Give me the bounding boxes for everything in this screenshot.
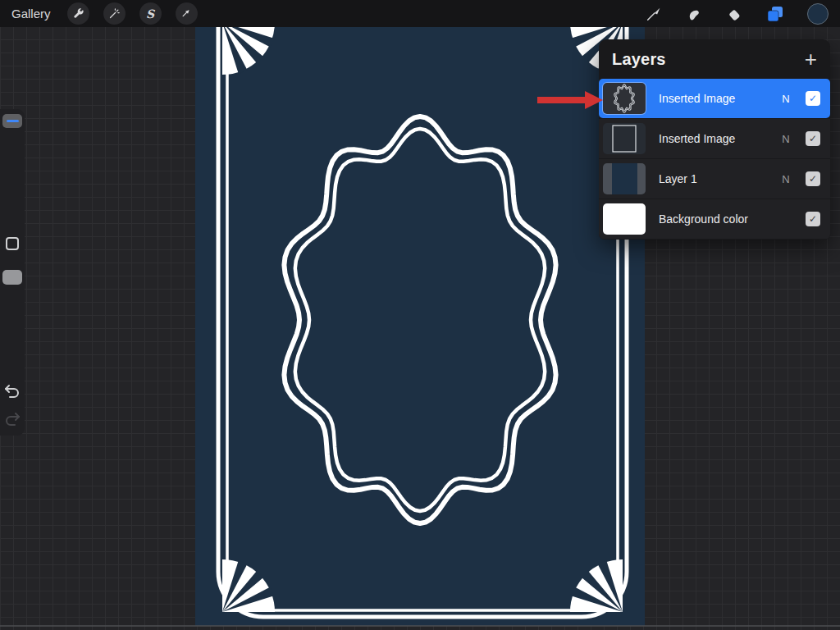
sidebar-tools [0,109,25,436]
eraser-button[interactable] [725,5,743,23]
brush-icon [645,5,663,23]
brush-size-indicator [7,120,19,122]
actions-button[interactable] [67,2,89,25]
layers-icon [765,4,785,24]
layer-visibility-checkbox[interactable]: ✓ [806,212,820,226]
layer-name: Inserted Image [659,92,778,105]
selection-button[interactable]: S [139,2,162,25]
transform-button[interactable] [176,2,198,25]
blend-mode-badge[interactable]: N [778,173,794,185]
layers-panel-title: Layers [612,50,666,69]
modify-button[interactable] [6,237,19,250]
top-toolbar: Gallery S [0,0,840,27]
layers-panel-header: Layers + [599,39,830,79]
smudge-finger-icon [685,5,703,23]
layer-thumbnail[interactable] [603,203,646,235]
undo-icon [2,390,22,404]
layers-list: Inserted Image N ✓ Inserted Image N ✓ La… [599,79,830,239]
checkmark-icon: ✓ [809,214,817,224]
layers-panel: Layers + Inserted Image N ✓ Inserted Ima… [599,39,830,240]
adjustments-button[interactable] [103,2,126,25]
layer-name: Inserted Image [659,132,778,145]
redo-icon [2,418,22,432]
layer-visibility-checkbox[interactable]: ✓ [806,171,820,186]
layer-row[interactable]: Layer 1 N ✓ [599,159,830,199]
eraser-icon [725,5,743,23]
layer-thumbnail[interactable] [603,163,646,194]
undo-button[interactable] [2,382,22,405]
selection-s-icon: S [146,8,154,20]
layer-name: Layer 1 [659,172,778,185]
opacity-slider[interactable] [2,270,22,285]
smudge-button[interactable] [685,5,703,23]
active-color-swatch [807,3,829,25]
layers-button[interactable] [765,4,785,24]
brush-size-slider[interactable] [2,114,22,128]
layer-row[interactable]: Background color ✓ [599,199,830,239]
checkmark-icon: ✓ [809,94,817,103]
gallery-button[interactable]: Gallery [11,7,51,21]
blend-mode-badge[interactable]: N [778,93,794,105]
layer-name: Background color [659,212,778,226]
annotation-arrow [529,88,605,116]
wrench-icon [72,7,84,20]
layer-row[interactable]: Inserted Image N ✓ [599,119,830,158]
layer-thumbnail[interactable] [603,83,646,114]
canvas-fill-preview [612,163,637,194]
checkmark-icon: ✓ [809,134,817,144]
layer-visibility-checkbox[interactable]: ✓ [806,131,820,146]
brush-button[interactable] [645,5,663,23]
add-layer-button[interactable]: + [805,48,817,70]
drawing-canvas[interactable] [195,27,645,626]
checkmark-icon: ✓ [809,174,817,184]
magic-wand-icon [108,7,121,20]
layer-thumbnail[interactable] [603,123,646,154]
canvas-bottom-edge [0,625,840,627]
blend-mode-badge[interactable]: N [778,133,794,145]
layer-visibility-checkbox[interactable]: ✓ [806,91,820,106]
canvas-artwork [195,27,645,626]
color-button[interactable] [807,3,829,25]
layer-row[interactable]: Inserted Image N ✓ [599,79,830,118]
redo-button[interactable] [2,410,22,433]
transform-arrow-icon [180,7,193,20]
